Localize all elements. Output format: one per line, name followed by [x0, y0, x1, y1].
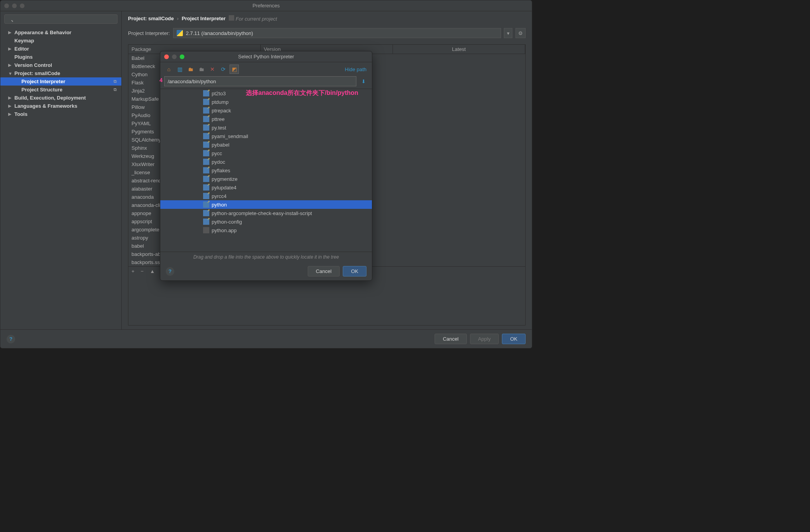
file-item-pyflakes[interactable]: pyflakes	[160, 166, 372, 175]
settings-tree: ▶Appearance & BehaviorKeymap▶EditorPlugi…	[0, 27, 121, 120]
hint-icon	[229, 15, 234, 21]
tree-label: Languages & Frameworks	[14, 103, 77, 109]
file-item-python-argcomplete-check-easy-install-script[interactable]: python-argcomplete-check-easy-install-sc…	[160, 209, 372, 217]
annotation-number: 4	[160, 77, 163, 83]
sidebar-item-keymap[interactable]: Keymap	[0, 37, 121, 45]
col-latest[interactable]: Latest	[393, 45, 525, 54]
file-item-python-config[interactable]: python-config	[160, 217, 372, 226]
file-icon	[203, 176, 209, 182]
file-item-py-test[interactable]: py.test	[160, 123, 372, 132]
file-list[interactable]: 选择anaconda所在文件夹下/bin/python pt2to3ptdump…	[160, 89, 372, 252]
file-name: pygmentize	[212, 176, 237, 182]
path-input[interactable]	[164, 76, 356, 86]
new-folder-icon[interactable]: 🖿	[197, 65, 206, 74]
file-icon	[203, 159, 209, 165]
file-icon	[203, 99, 209, 105]
project-icon[interactable]: 🖿	[186, 65, 195, 74]
dnd-hint: Drag and drop a file into the space abov…	[160, 252, 372, 262]
tree-label: Build, Execution, Deployment	[14, 95, 86, 101]
breadcrumb: Project: smallCode › Project Interpreter…	[122, 11, 532, 26]
bottom-bar: ? Cancel Apply OK	[0, 329, 532, 348]
upgrade-package-button[interactable]: ▲	[150, 268, 155, 274]
sidebar-item-project-smallcode[interactable]: ▼Project: smallCode	[0, 69, 121, 77]
select-interpreter-modal: Select Python Interpreter ⌂ ▥ 🖿 🖿 ✕ ⟳ ◩ …	[160, 51, 372, 281]
file-name: pylupdate4	[212, 185, 237, 191]
window-title: Preferences	[0, 3, 532, 9]
file-icon	[203, 150, 209, 156]
file-icon	[203, 167, 209, 173]
modal-zoom-dot[interactable]	[180, 54, 184, 59]
file-name: pt2to3	[212, 91, 226, 96]
file-name: pttree	[212, 116, 224, 122]
ok-button[interactable]: OK	[502, 334, 526, 344]
remove-package-button[interactable]: −	[141, 268, 144, 274]
file-item-pyami-sendmail[interactable]: pyami_sendmail	[160, 132, 372, 140]
modal-help-button[interactable]: ?	[166, 267, 174, 276]
file-icon	[203, 227, 209, 233]
zoom-dot[interactable]	[20, 4, 25, 8]
hide-path-link[interactable]: Hide path	[345, 66, 368, 72]
search-input[interactable]	[4, 14, 117, 24]
minimize-dot[interactable]	[12, 4, 17, 8]
file-item-pygmentize[interactable]: pygmentize	[160, 175, 372, 183]
file-icon	[203, 193, 209, 199]
breadcrumb-hint: For current project	[229, 15, 277, 22]
tree-label: Project Interpreter	[21, 79, 65, 84]
file-item-python[interactable]: python	[160, 200, 372, 209]
sidebar-item-version-control[interactable]: ▶Version Control	[0, 61, 121, 69]
file-icon	[203, 142, 209, 148]
file-name: python-config	[212, 219, 242, 225]
tree-label: Plugins	[14, 54, 33, 60]
cancel-button[interactable]: Cancel	[435, 334, 466, 344]
close-dot[interactable]	[4, 4, 9, 8]
sidebar-item-project-structure[interactable]: Project Structure⧉	[0, 86, 121, 94]
file-item-pyrcc4[interactable]: pyrcc4	[160, 192, 372, 200]
delete-icon[interactable]: ✕	[208, 65, 217, 74]
interpreter-dropdown-button[interactable]: ▾	[504, 28, 512, 38]
refresh-icon[interactable]: ⟳	[219, 65, 228, 74]
interpreter-select[interactable]: 2.7.11 (/anaconda/bin/python)	[173, 28, 501, 38]
file-icon	[203, 219, 209, 225]
modal-ok-button[interactable]: OK	[343, 266, 366, 276]
sidebar-item-tools[interactable]: ▶Tools	[0, 110, 121, 118]
breadcrumb-project: Project: smallCode	[128, 16, 174, 21]
file-item-pydoc[interactable]: pydoc	[160, 158, 372, 166]
file-item-ptdump[interactable]: ptdump	[160, 98, 372, 106]
file-item-pttree[interactable]: pttree	[160, 115, 372, 123]
tree-arrow-icon: ▶	[8, 112, 13, 117]
sidebar-item-appearance-behavior[interactable]: ▶Appearance & Behavior	[0, 28, 121, 37]
home-icon[interactable]: ⌂	[164, 65, 174, 74]
file-icon	[203, 107, 209, 114]
file-icon	[203, 201, 209, 208]
modal-close-dot[interactable]	[164, 54, 169, 59]
sidebar: ▶Appearance & BehaviorKeymap▶EditorPlugi…	[0, 11, 122, 329]
sidebar-item-editor[interactable]: ▶Editor	[0, 45, 121, 53]
interpreter-settings-button[interactable]: ⚙	[515, 28, 526, 38]
desktop-icon[interactable]: ▥	[175, 65, 184, 74]
modal-titlebar: Select Python Interpreter	[160, 51, 372, 62]
file-name: py.test	[212, 125, 226, 131]
add-package-button[interactable]: +	[131, 268, 135, 274]
sidebar-item-build-execution-deployment[interactable]: ▶Build, Execution, Deployment	[0, 94, 121, 102]
file-item-pylupdate4[interactable]: pylupdate4	[160, 183, 372, 192]
file-item-ptrepack[interactable]: ptrepack	[160, 106, 372, 115]
file-item-pybabel[interactable]: pybabel	[160, 140, 372, 149]
file-item-pycc[interactable]: pycc	[160, 149, 372, 158]
file-name: pyflakes	[212, 168, 230, 173]
show-hidden-icon[interactable]: ◩	[230, 65, 239, 74]
modal-toolbar: ⌂ ▥ 🖿 🖿 ✕ ⟳ ◩ Hide path	[160, 62, 372, 76]
file-name: python	[212, 202, 227, 208]
copy-icon: ⧉	[114, 87, 117, 92]
sidebar-item-languages-frameworks[interactable]: ▶Languages & Frameworks	[0, 102, 121, 110]
help-button[interactable]: ?	[7, 335, 15, 343]
file-name: pyrcc4	[212, 193, 226, 199]
history-button[interactable]: ⬇	[359, 77, 368, 86]
sidebar-item-plugins[interactable]: Plugins	[0, 53, 121, 61]
tree-label: Project Structure	[21, 87, 62, 93]
breadcrumb-page: Project Interpreter	[182, 16, 226, 21]
tree-arrow-icon: ▼	[8, 71, 13, 76]
sidebar-item-project-interpreter[interactable]: Project Interpreter⧉	[0, 77, 121, 86]
modal-cancel-button[interactable]: Cancel	[308, 266, 340, 276]
file-item-python-app[interactable]: python.app	[160, 226, 372, 234]
file-name: pybabel	[212, 142, 230, 148]
